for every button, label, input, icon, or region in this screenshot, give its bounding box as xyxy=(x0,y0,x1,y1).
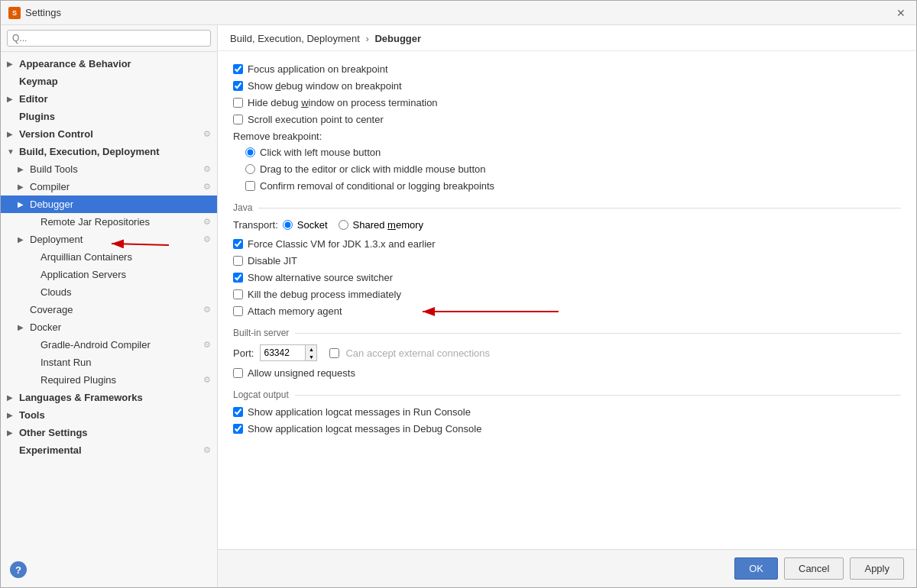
sidebar-item-label: Deployment xyxy=(30,234,83,245)
expand-arrow: ▶ xyxy=(18,183,27,191)
show-debug-window-row: Show debug window on breakpoint xyxy=(233,80,901,92)
remove-breakpoint-label: Remove breakpoint: xyxy=(233,131,901,142)
show-alt-source-checkbox[interactable] xyxy=(233,273,243,283)
ok-button[interactable]: OK xyxy=(734,557,778,580)
transport-socket-radio[interactable] xyxy=(283,220,293,230)
sidebar-item-plugins[interactable]: Plugins xyxy=(1,108,217,125)
expand-arrow: ▶ xyxy=(7,411,16,419)
show-debug-window-label[interactable]: Show debug window on breakpoint xyxy=(248,80,402,92)
scroll-execution-label[interactable]: Scroll execution point to center xyxy=(248,114,384,125)
sidebar-item-remote-jar[interactable]: Remote Jar Repositories ⚙ xyxy=(1,213,217,231)
port-label: Port: xyxy=(233,347,254,359)
config-icon: ⚙ xyxy=(203,445,211,455)
transport-shared-radio[interactable] xyxy=(339,220,348,230)
expand-arrow xyxy=(7,112,16,121)
attach-memory-label[interactable]: Attach memory agent xyxy=(248,305,342,317)
allow-unsigned-checkbox[interactable] xyxy=(233,368,243,378)
port-up-button[interactable]: ▲ xyxy=(306,345,316,353)
java-section-label: Java xyxy=(233,202,901,213)
sidebar-item-experimental[interactable]: Experimental ⚙ xyxy=(1,441,217,459)
sidebar-item-debugger[interactable]: ▶ Debugger xyxy=(1,195,217,213)
transport-socket-label[interactable]: Socket xyxy=(297,219,328,231)
sidebar-item-clouds[interactable]: Clouds xyxy=(1,283,217,301)
sidebar-item-gradle-android[interactable]: Gradle-Android Compiler ⚙ xyxy=(1,336,217,354)
radio-drag[interactable] xyxy=(245,164,255,174)
sidebar-item-instant-run[interactable]: Instant Run xyxy=(1,354,217,371)
button-bar: OK Cancel Apply xyxy=(218,549,916,587)
port-down-button[interactable]: ▼ xyxy=(306,353,316,360)
expand-arrow xyxy=(28,376,37,384)
close-button[interactable]: ✕ xyxy=(893,5,909,21)
external-connections-label[interactable]: Can accept external connections xyxy=(345,347,490,359)
sidebar-item-languages[interactable]: ▶ Languages & Frameworks xyxy=(1,389,217,406)
radio-left-click-row: Click with left mouse button xyxy=(233,147,901,158)
sidebar-item-label: Docker xyxy=(30,321,61,333)
sidebar-item-coverage[interactable]: Coverage ⚙ xyxy=(1,301,217,318)
sidebar-item-label: Editor xyxy=(19,93,48,105)
radio-left-click[interactable] xyxy=(245,147,255,157)
disable-jit-label[interactable]: Disable JIT xyxy=(248,255,297,267)
allow-unsigned-row: Allow unsigned requests xyxy=(233,367,901,379)
config-icon: ⚙ xyxy=(203,340,211,350)
scroll-execution-row: Scroll execution point to center xyxy=(233,114,901,125)
sidebar-item-docker[interactable]: ▶ Docker xyxy=(1,318,217,336)
radio-left-click-label[interactable]: Click with left mouse button xyxy=(260,147,381,158)
external-connections-checkbox[interactable] xyxy=(329,348,339,358)
sidebar-item-label: Coverage xyxy=(30,304,73,315)
sidebar-item-keymap[interactable]: Keymap xyxy=(1,73,217,90)
sidebar-item-label: Plugins xyxy=(19,111,55,122)
sidebar-item-application-servers[interactable]: Application Servers xyxy=(1,266,217,283)
logcat-debug-row: Show application logcat messages in Debu… xyxy=(233,423,901,435)
force-classic-vm-row: Force Classic VM for JDK 1.3.x and earli… xyxy=(233,238,901,250)
hide-debug-window-checkbox[interactable] xyxy=(233,98,243,108)
sidebar-item-other-settings[interactable]: ▶ Other Settings xyxy=(1,424,217,441)
force-classic-vm-label[interactable]: Force Classic VM for JDK 1.3.x and earli… xyxy=(248,238,436,250)
port-input[interactable] xyxy=(260,344,306,361)
help-button[interactable]: ? xyxy=(10,561,27,578)
logcat-section-label: Logcat output xyxy=(233,389,901,400)
sidebar-item-label: Appearance & Behavior xyxy=(19,58,131,69)
sidebar-item-compiler[interactable]: ▶ Compiler ⚙ xyxy=(1,178,217,195)
expand-arrow xyxy=(28,253,37,261)
sidebar-item-label: Arquillian Containers xyxy=(41,251,132,263)
transport-shared-label[interactable]: Shared memory xyxy=(353,219,424,231)
sidebar-item-deployment[interactable]: ▶ Deployment ⚙ xyxy=(1,231,217,248)
expand-arrow xyxy=(18,305,27,314)
config-icon: ⚙ xyxy=(203,375,211,385)
sidebar-item-editor[interactable]: ▶ Editor xyxy=(1,90,217,108)
attach-memory-checkbox[interactable] xyxy=(233,306,243,316)
radio-drag-row: Drag to the editor or click with middle … xyxy=(233,163,901,175)
radio-drag-label[interactable]: Drag to the editor or click with middle … xyxy=(260,163,486,175)
confirm-removal-label[interactable]: Confirm removal of conditional or loggin… xyxy=(260,180,494,192)
scroll-execution-checkbox[interactable] xyxy=(233,115,243,124)
confirm-removal-checkbox[interactable] xyxy=(245,181,255,191)
logcat-run-checkbox[interactable] xyxy=(233,407,243,417)
sidebar-item-arquillian[interactable]: Arquillian Containers xyxy=(1,248,217,266)
focus-breakpoint-label[interactable]: Focus application on breakpoint xyxy=(248,63,388,75)
hide-debug-window-label[interactable]: Hide debug window on process termination xyxy=(248,97,438,108)
search-input[interactable] xyxy=(7,30,211,47)
nav-tree: ▶ Appearance & Behavior Keymap ▶ Editor … xyxy=(1,52,217,587)
sidebar-item-required-plugins[interactable]: Required Plugins ⚙ xyxy=(1,371,217,389)
focus-breakpoint-checkbox[interactable] xyxy=(233,64,243,74)
disable-jit-checkbox[interactable] xyxy=(233,256,243,266)
allow-unsigned-label[interactable]: Allow unsigned requests xyxy=(248,367,355,379)
expand-arrow: ▶ xyxy=(7,393,16,402)
sidebar-item-build-tools[interactable]: ▶ Build Tools ⚙ xyxy=(1,160,217,178)
config-icon: ⚙ xyxy=(203,129,211,139)
sidebar-item-appearance[interactable]: ▶ Appearance & Behavior xyxy=(1,55,217,73)
cancel-button[interactable]: Cancel xyxy=(784,557,844,580)
logcat-run-label[interactable]: Show application logcat messages in Run … xyxy=(248,406,471,418)
logcat-debug-label[interactable]: Show application logcat messages in Debu… xyxy=(248,423,481,435)
kill-debug-label[interactable]: Kill the debug process immediately xyxy=(248,289,401,300)
force-classic-vm-checkbox[interactable] xyxy=(233,239,243,249)
expand-arrow: ▼ xyxy=(7,147,16,156)
sidebar-item-version-control[interactable]: ▶ Version Control ⚙ xyxy=(1,125,217,143)
logcat-debug-checkbox[interactable] xyxy=(233,424,243,434)
sidebar-item-tools[interactable]: ▶ Tools xyxy=(1,406,217,424)
apply-button[interactable]: Apply xyxy=(850,557,904,580)
show-debug-window-checkbox[interactable] xyxy=(233,81,243,91)
sidebar-item-build-execution[interactable]: ▼ Build, Execution, Deployment xyxy=(1,143,217,160)
show-alt-source-label[interactable]: Show alternative source switcher xyxy=(248,272,393,283)
kill-debug-checkbox[interactable] xyxy=(233,289,243,299)
